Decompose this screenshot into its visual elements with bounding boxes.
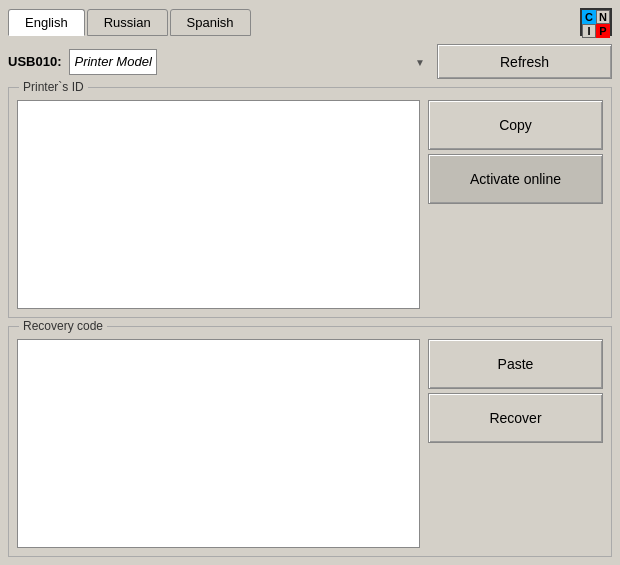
recovery-buttons: Paste Recover <box>428 339 603 548</box>
tab-spanish[interactable]: Spanish <box>170 9 251 36</box>
recovery-code-legend: Recovery code <box>19 319 107 333</box>
usb-label: USB010: <box>8 54 61 69</box>
logo-cell-i: I <box>582 24 596 38</box>
refresh-button[interactable]: Refresh <box>437 44 612 79</box>
printer-id-buttons: Copy Activate online <box>428 100 603 309</box>
app-logo: C N I P <box>580 8 612 36</box>
recovery-code-section: Recovery code Paste Recover <box>8 326 612 557</box>
paste-button[interactable]: Paste <box>428 339 603 389</box>
logo-cell-n: N <box>596 10 610 24</box>
dropdown-arrow-icon: ▼ <box>415 56 425 67</box>
main-container: English Russian Spanish C N I P USB010: … <box>0 0 620 565</box>
tab-russian[interactable]: Russian <box>87 9 168 36</box>
printer-id-textarea[interactable] <box>17 100 420 309</box>
printer-id-legend: Printer`s ID <box>19 80 88 94</box>
recovery-code-textarea[interactable] <box>17 339 420 548</box>
selector-row: USB010: Printer Model ▼ Refresh <box>8 44 612 79</box>
tab-english[interactable]: English <box>8 9 85 36</box>
top-bar: English Russian Spanish C N I P <box>8 8 612 36</box>
logo-cell-c: C <box>582 10 596 24</box>
printer-id-section: Printer`s ID Copy Activate online <box>8 87 612 318</box>
printer-model-dropdown[interactable]: Printer Model <box>69 49 157 75</box>
copy-button[interactable]: Copy <box>428 100 603 150</box>
tabs: English Russian Spanish <box>8 9 251 36</box>
dropdown-wrapper: Printer Model ▼ <box>69 49 429 75</box>
recover-button[interactable]: Recover <box>428 393 603 443</box>
activate-online-button[interactable]: Activate online <box>428 154 603 204</box>
logo-cell-p: P <box>596 24 610 38</box>
